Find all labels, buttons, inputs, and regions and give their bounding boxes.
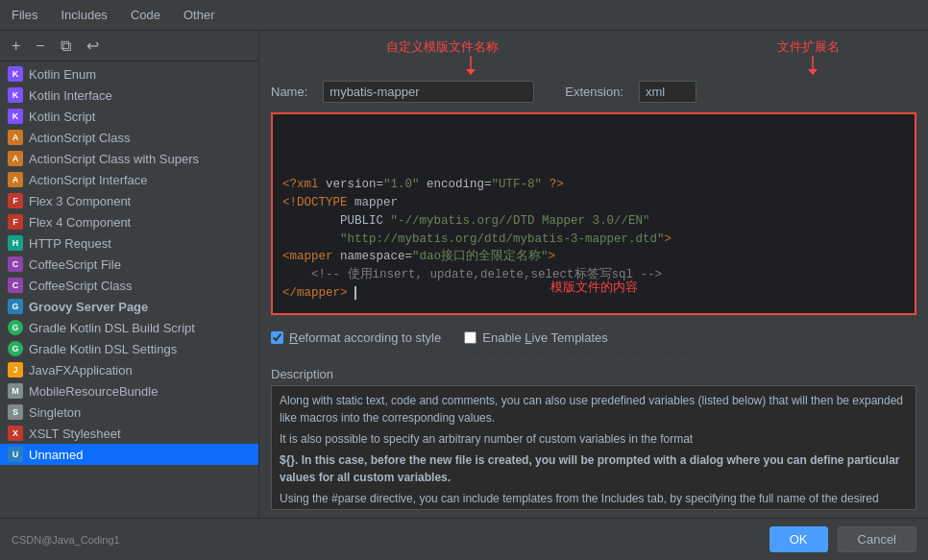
main-area: + − ⧉ ↩ KKotlin EnumKKotlin InterfaceKKo…: [0, 31, 928, 518]
file-item-javafx-application[interactable]: JJavaFXApplication: [0, 359, 258, 380]
file-label-xslt-stylesheet: XSLT Stylesheet: [29, 426, 121, 441]
anno-arrow-name: [461, 56, 480, 75]
file-label-kotlin-enum: Kotlin Enum: [29, 67, 96, 82]
annotation-area: 自定义模版文件名称 文件扩展名: [271, 38, 916, 81]
file-icon-xslt-stylesheet: X: [8, 426, 23, 441]
file-icon-coffeescript-class: C: [8, 278, 23, 293]
file-label-actionscript-interface: ActionScript Interface: [29, 173, 148, 187]
right-panel: 自定义模版文件名称 文件扩展名 Name: Extension:: [259, 31, 928, 518]
file-icon-kotlin-script: K: [8, 109, 23, 124]
file-icon-gradle-kotlin-dsl-build: G: [8, 320, 23, 335]
file-label-groovy-server-page: Groovy Server Page: [29, 300, 148, 314]
file-icon-javafx-application: J: [8, 362, 23, 377]
file-item-gradle-kotlin-dsl-build[interactable]: GGradle Kotlin DSL Build Script: [0, 317, 258, 338]
name-label: Name:: [271, 85, 307, 99]
file-icon-groovy-server-page: G: [8, 299, 23, 314]
dialog-container: Files Includes Code Other + − ⧉ ↩ KKotli…: [0, 0, 928, 560]
bottom-bar: CSDN@Java_Coding1 OK Cancel: [0, 518, 928, 560]
file-item-http-request[interactable]: HHTTP Request: [0, 232, 258, 254]
name-input[interactable]: [323, 81, 534, 103]
anno-arrow-ext: [803, 56, 822, 75]
add-button[interactable]: +: [8, 37, 24, 56]
file-item-unnamed[interactable]: UUnnamed: [0, 444, 258, 465]
live-templates-label: Enable Live Templates: [482, 330, 608, 345]
file-label-unnamed: Unnamed: [29, 448, 83, 462]
file-item-coffeescript-file[interactable]: CCoffeeScript File: [0, 254, 258, 275]
watermark: CSDN@Java_Coding1: [12, 534, 120, 546]
menu-bar: Files Includes Code Other: [0, 0, 928, 31]
live-templates-checkbox[interactable]: [464, 331, 476, 344]
remove-button[interactable]: −: [32, 37, 48, 56]
file-list: KKotlin EnumKKotlin InterfaceKKotlin Scr…: [0, 61, 258, 518]
code-editor[interactable]: <?xml version="1.0" encoding="UTF-8" ?><…: [271, 112, 916, 315]
file-item-actionscript-class-supers[interactable]: AActionScript Class with Supers: [0, 148, 258, 169]
anno-custom-name: 自定义模版文件名称: [386, 38, 499, 56]
file-item-gradle-kotlin-dsl-settings[interactable]: GGradle Kotlin DSL Settings: [0, 338, 258, 359]
file-item-singleton[interactable]: SSingleton: [0, 402, 258, 423]
file-item-flex4-component[interactable]: FFlex 4 Component: [0, 211, 258, 232]
file-item-kotlin-enum[interactable]: KKotlin Enum: [0, 63, 258, 85]
undo-button[interactable]: ↩: [83, 37, 103, 56]
extension-label: Extension:: [565, 85, 623, 99]
anno-file-extension: 文件扩展名: [777, 38, 840, 56]
file-icon-actionscript-class-supers: A: [8, 151, 23, 166]
file-icon-http-request: H: [8, 235, 23, 251]
file-item-kotlin-script[interactable]: KKotlin Script: [0, 106, 258, 127]
file-item-kotlin-interface[interactable]: KKotlin Interface: [0, 85, 258, 106]
left-panel: + − ⧉ ↩ KKotlin EnumKKotlin InterfaceKKo…: [0, 31, 259, 518]
file-label-mobile-resource-bundle: MobileResourceBundle: [29, 384, 158, 399]
file-label-flex4-component: Flex 4 Component: [29, 215, 131, 230]
file-item-coffeescript-class[interactable]: CCoffeeScript Class: [0, 275, 258, 296]
reformat-checkbox[interactable]: [271, 331, 283, 344]
file-label-coffeescript-class: CoffeeScript Class: [29, 279, 132, 293]
file-label-flex3-component: Flex 3 Component: [29, 194, 131, 208]
file-label-kotlin-script: Kotlin Script: [29, 110, 95, 124]
description-box[interactable]: Along with static text, code and comment…: [271, 385, 916, 510]
file-icon-actionscript-interface: A: [8, 172, 23, 187]
file-label-javafx-application: JavaFXApplication: [29, 363, 133, 377]
file-icon-singleton: S: [8, 404, 23, 420]
file-label-actionscript-class-supers: ActionScript Class with Supers: [29, 152, 199, 166]
copy-button[interactable]: ⧉: [57, 37, 75, 56]
file-icon-flex3-component: F: [8, 193, 23, 208]
file-item-mobile-resource-bundle[interactable]: MMobileResourceBundle: [0, 380, 258, 402]
menu-other[interactable]: Other: [180, 6, 219, 24]
description-title: Description: [271, 367, 916, 381]
file-icon-kotlin-interface: K: [8, 87, 23, 103]
file-label-coffeescript-file: CoffeeScript File: [29, 257, 121, 272]
file-icon-unnamed: U: [8, 447, 23, 462]
file-icon-coffeescript-file: C: [8, 256, 23, 272]
menu-files[interactable]: Files: [8, 6, 41, 24]
reformat-label: Reformat according to style: [289, 330, 441, 345]
file-icon-gradle-kotlin-dsl-settings: G: [8, 341, 23, 356]
reformat-checkbox-label[interactable]: Reformat according to style: [271, 330, 441, 345]
svg-marker-1: [466, 69, 476, 75]
file-icon-flex4-component: F: [8, 214, 23, 230]
file-item-actionscript-interface[interactable]: AActionScript Interface: [0, 169, 258, 190]
file-label-http-request: HTTP Request: [29, 236, 111, 251]
divider: · · · · · · · · · · · · · · · · · · · · …: [271, 354, 916, 365]
file-label-kotlin-interface: Kotlin Interface: [29, 88, 112, 103]
file-icon-actionscript-class: A: [8, 130, 23, 145]
file-label-actionscript-class: ActionScript Class: [29, 131, 130, 145]
file-item-groovy-server-page[interactable]: GGroovy Server Page: [0, 296, 258, 317]
file-icon-kotlin-enum: K: [8, 66, 23, 82]
toolbar: + − ⧉ ↩: [0, 31, 258, 61]
description-section: Description Along with static text, code…: [271, 367, 916, 510]
ok-button[interactable]: OK: [769, 526, 828, 552]
file-label-gradle-kotlin-dsl-build: Gradle Kotlin DSL Build Script: [29, 321, 195, 335]
cancel-button[interactable]: Cancel: [838, 526, 916, 552]
file-label-gradle-kotlin-dsl-settings: Gradle Kotlin DSL Settings: [29, 342, 177, 356]
menu-code[interactable]: Code: [127, 6, 164, 24]
live-templates-checkbox-label[interactable]: Enable Live Templates: [464, 330, 608, 345]
file-label-singleton: Singleton: [29, 405, 81, 420]
svg-marker-3: [808, 69, 818, 75]
file-item-actionscript-class[interactable]: AActionScript Class: [0, 127, 258, 148]
options-row: Reformat according to style Enable Live …: [271, 330, 916, 345]
file-item-flex3-component[interactable]: FFlex 3 Component: [0, 190, 258, 211]
extension-input[interactable]: [639, 81, 696, 103]
file-item-xslt-stylesheet[interactable]: XXSLT Stylesheet: [0, 423, 258, 444]
name-extension-row: Name: Extension:: [271, 81, 916, 103]
menu-includes[interactable]: Includes: [57, 6, 110, 24]
file-icon-mobile-resource-bundle: M: [8, 383, 23, 399]
